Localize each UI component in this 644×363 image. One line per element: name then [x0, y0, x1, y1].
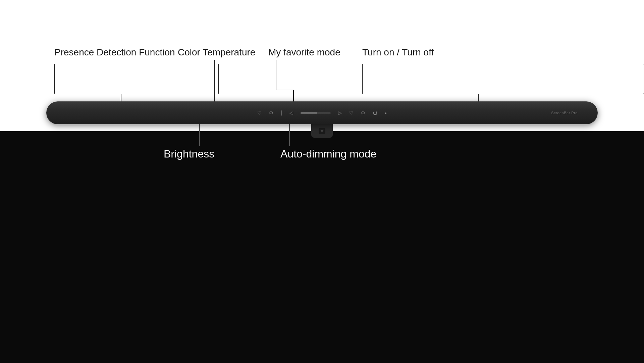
gear-icon-1: ⚙: [269, 110, 273, 116]
screenbar-device: ♡ ⚙ | ◁ ▷ ♡ ⚙ ⏻ ● ScreenBar Pro: [46, 101, 598, 124]
turn-on-off-label: Turn on / Turn off: [362, 47, 434, 58]
heart-icon: ♡: [257, 110, 262, 116]
gear-icon-2: ⚙: [361, 110, 365, 116]
auto-dimming-connector: [289, 124, 290, 146]
mount-triangle: [320, 130, 324, 132]
my-favorite-mode-label: My favorite mode: [268, 47, 340, 58]
my-favorite-connector-v1: [276, 60, 276, 90]
brightness-label: Brightness: [164, 148, 214, 160]
presence-detection-label: Presence Detection Function: [54, 47, 175, 58]
power-icon: ⏻: [373, 110, 377, 116]
my-favorite-connector-h: [276, 90, 293, 90]
brand-text: ScreenBar Pro: [551, 111, 578, 115]
right-arrow-icon: ▷: [338, 110, 342, 116]
brightness-slider: [301, 112, 331, 114]
brightness-connector: [199, 124, 200, 146]
extra-icon: ●: [385, 111, 387, 115]
presence-detection-box: [54, 64, 219, 94]
left-arrow-icon: ◁: [289, 110, 293, 116]
mic-icon: |: [281, 110, 282, 116]
page-container: ♡ ⚙ | ◁ ▷ ♡ ⚙ ⏻ ● ScreenBar Pro Presence…: [0, 0, 644, 363]
auto-dimming-label: Auto-dimming mode: [280, 148, 376, 160]
heart-icon-2: ♡: [349, 110, 354, 116]
turn-on-off-box: [362, 64, 644, 94]
monitor-screen: [0, 131, 644, 363]
color-temperature-label: Color Temperature: [178, 47, 255, 58]
mount-clip: [311, 124, 333, 138]
mount-detail: [319, 128, 325, 134]
controls-row: ♡ ⚙ | ◁ ▷ ♡ ⚙ ⏻ ●: [257, 110, 387, 116]
